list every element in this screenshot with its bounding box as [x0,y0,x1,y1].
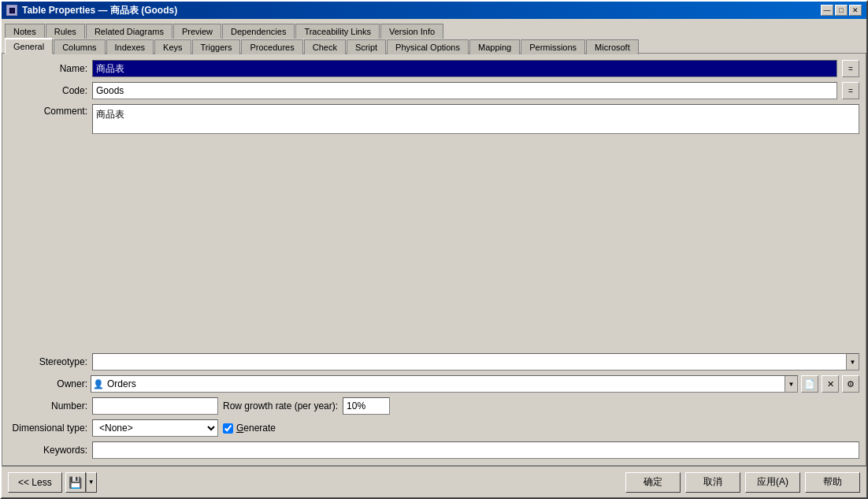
tab-version-info[interactable]: Version Info [380,24,443,39]
name-input[interactable] [92,60,837,77]
owner-edit-button[interactable]: 📄 [801,375,818,393]
window-icon: ▦ [6,5,17,16]
tab-rules[interactable]: Rules [46,24,85,39]
tab-indexes[interactable]: Indexes [106,39,154,54]
tab-check[interactable]: Check [304,39,346,54]
comment-label: Comment: [9,104,87,117]
cancel-button[interactable]: 取消 [685,472,740,493]
owner-dropdown-button[interactable]: ▼ [785,376,797,392]
keywords-input[interactable] [92,441,859,459]
ok-button[interactable]: 确定 [625,472,681,493]
minimize-button[interactable]: — [821,5,833,16]
name-expand-button[interactable]: = [842,60,859,77]
owner-input[interactable] [106,378,785,390]
comment-textarea[interactable]: 商品表 [92,104,859,134]
keywords-row: Keywords: [9,441,859,459]
owner-person-icon: 👤 [91,377,106,391]
top-tab-row: Notes Rules Related Diagrams Preview Dep… [2,19,866,37]
owner-label: Owner: [9,378,87,389]
dimensional-type-select[interactable]: <None> Fact Dimension Outrigger Undefine… [93,420,217,436]
tab-procedures[interactable]: Procedures [241,39,302,54]
name-row: Name: = [9,60,859,77]
stereotype-row: Stereotype: ▼ [9,353,859,371]
stereotype-dropdown-button[interactable]: ▼ [846,354,859,370]
close-button[interactable]: ✕ [849,5,862,16]
tab-keys[interactable]: Keys [154,39,191,54]
main-window: ▦ Table Properties — 商品表 (Goods) — □ ✕ N… [0,0,868,499]
save-dropdown-button[interactable]: ▼ [86,472,97,493]
owner-clear-button[interactable]: ✕ [822,375,839,393]
tab-preview[interactable]: Preview [173,24,221,39]
dimensional-type-label: Dimensional type: [9,423,87,434]
titlebar: ▦ Table Properties — 商品表 (Goods) — □ ✕ [2,2,866,19]
apply-button[interactable]: 应用(A) [745,472,800,493]
titlebar-left: ▦ Table Properties — 商品表 (Goods) [6,4,177,17]
keywords-label: Keywords: [9,445,87,456]
dimensional-type-row: Dimensional type: <None> Fact Dimension … [9,419,859,437]
tab-triggers[interactable]: Triggers [192,39,241,54]
generate-checkbox-label[interactable]: Generate [223,423,276,434]
owner-row: Owner: 👤 ▼ 📄 ✕ ⚙ [9,375,859,393]
row-growth-input[interactable] [343,397,390,415]
code-row: Code: = [9,82,859,99]
tab-related-diagrams[interactable]: Related Diagrams [86,24,172,39]
code-expand-button[interactable]: = [842,82,859,99]
stereotype-input[interactable] [93,356,846,368]
tab-mapping[interactable]: Mapping [469,39,520,54]
bottom-bar: << Less 💾 ▼ 确定 取消 应用(A) 帮助 [2,466,866,497]
tab-microsoft[interactable]: Microsoft [586,39,639,54]
code-input[interactable] [92,82,837,99]
tab-dependencies[interactable]: Dependencies [222,24,295,39]
generate-label: Generate [236,423,276,434]
less-button[interactable]: << Less [8,472,62,493]
bottom-tab-row: General Columns Indexes Keys Triggers Pr… [2,37,866,53]
tab-traceability-links[interactable]: Traceability Links [295,24,380,39]
number-input[interactable] [92,397,218,415]
tab-content-general: Name: = Code: = Comment: 商品表 Stereotype:… [2,53,866,466]
maximize-button[interactable]: □ [835,5,848,16]
generate-checkbox[interactable] [223,423,233,434]
tab-general[interactable]: General [5,38,53,54]
comment-row: Comment: 商品表 [9,104,859,348]
tab-permissions[interactable]: Permissions [521,39,585,54]
number-label: Number: [9,400,87,411]
tab-physical-options[interactable]: Physical Options [387,39,469,54]
owner-input-wrapper: 👤 ▼ [91,375,798,393]
bottom-right: 确定 取消 应用(A) 帮助 [625,472,860,493]
name-label: Name: [9,63,87,74]
help-button[interactable]: 帮助 [805,472,860,493]
tab-columns[interactable]: Columns [54,39,105,54]
window-title: Table Properties — 商品表 (Goods) [22,4,177,17]
tab-script[interactable]: Script [347,39,386,54]
save-button[interactable]: 💾 [65,472,86,493]
stereotype-label: Stereotype: [9,356,87,367]
titlebar-buttons: — □ ✕ [821,5,862,16]
code-label: Code: [9,85,87,96]
owner-properties-button[interactable]: ⚙ [842,375,859,393]
number-row: Number: Row growth rate (per year): [9,397,859,415]
bottom-left: << Less 💾 ▼ [8,472,97,493]
row-growth-label: Row growth rate (per year): [223,400,338,411]
tab-notes[interactable]: Notes [5,24,45,39]
